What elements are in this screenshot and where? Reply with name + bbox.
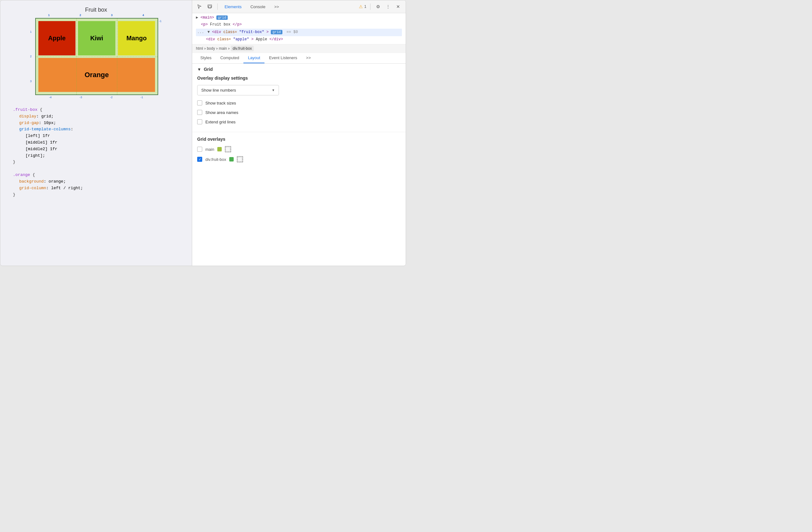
tab-panel-more[interactable]: >> bbox=[302, 53, 315, 63]
grid-overlays-section: Grid overlays main ✓ div.frui bbox=[192, 132, 406, 171]
breadcrumb-main[interactable]: main bbox=[219, 46, 227, 51]
fruit-box-title: Fruit box bbox=[85, 6, 107, 13]
main-grid-icon[interactable] bbox=[225, 146, 231, 152]
svg-rect-1 bbox=[208, 6, 211, 8]
bottom-line-numbers: -4 -3 -2 -1 bbox=[30, 96, 162, 99]
settings-icon[interactable]: ⚙ bbox=[374, 3, 382, 10]
orange-cell: Orange bbox=[38, 58, 155, 92]
tab-styles[interactable]: Styles bbox=[196, 53, 216, 63]
code-block-fruit-box: .fruit-box { display: grid; grid-gap: 10… bbox=[6, 105, 186, 167]
layout-content: ▼ Grid Overlay display settings Show lin… bbox=[192, 64, 406, 266]
more-menu-icon[interactable]: ⋮ bbox=[384, 3, 392, 10]
overlay-settings: Overlay display settings Show line numbe… bbox=[197, 75, 401, 124]
toolbar-separator bbox=[217, 3, 218, 10]
svg-rect-2 bbox=[226, 147, 230, 151]
dom-line-p: <p> Fruit box </p> bbox=[196, 22, 402, 28]
overlay-row-main: main bbox=[197, 146, 401, 152]
left-line-numbers: 1 2 3 bbox=[30, 18, 35, 95]
chevron-down-icon: ▼ bbox=[272, 88, 275, 92]
dom-line-main: ▶ <main> grid bbox=[196, 14, 402, 22]
grid-container: 1 2 3 4 1 2 3 Apple bbox=[30, 18, 162, 99]
devtools-toolbar: Elements Console >> ⚠ 1 ⚙ ⋮ ✕ bbox=[192, 0, 406, 13]
breadcrumb: html › body › main › div.fruit-box bbox=[192, 44, 406, 53]
overlay-row-fruit-box: ✓ div.fruit-box bbox=[197, 156, 401, 163]
main-overlay-checkbox[interactable] bbox=[197, 147, 202, 152]
dom-tree: ▶ <main> grid <p> Fruit box </p> ... ▼ <… bbox=[192, 13, 406, 44]
devtools-panel: Elements Console >> ⚠ 1 ⚙ ⋮ ✕ ▶ <main> g… bbox=[192, 0, 406, 266]
kiwi-cell: Kiwi bbox=[78, 21, 115, 55]
breadcrumb-div-fruit-box[interactable]: div.fruit-box bbox=[231, 46, 254, 51]
tab-computed[interactable]: Computed bbox=[216, 53, 243, 63]
warning-icon: ⚠ bbox=[359, 4, 363, 9]
breadcrumb-body[interactable]: body bbox=[207, 46, 215, 51]
warning-badge: ⚠ 1 bbox=[359, 4, 366, 9]
extend-grid-lines-checkbox[interactable] bbox=[197, 119, 202, 124]
fruit-grid: Apple Kiwi Mango Orange bbox=[35, 18, 159, 95]
left-panel: Fruit box 1 2 3 4 1 2 3 bbox=[0, 0, 192, 266]
tab-event-listeners[interactable]: Event Listeners bbox=[264, 53, 302, 63]
show-area-names-checkbox[interactable] bbox=[197, 110, 202, 115]
overlay-settings-title: Overlay display settings bbox=[197, 75, 401, 81]
layers-icon[interactable] bbox=[206, 3, 214, 10]
panel-tabs: Styles Computed Layout Event Listeners >… bbox=[192, 53, 406, 64]
dom-line-fruit-box: ... ▼ <div class= "fruit-box" > grid == … bbox=[196, 29, 402, 36]
toolbar-separator-2 bbox=[370, 3, 371, 10]
grid-section: ▼ Grid Overlay display settings Show lin… bbox=[192, 64, 406, 132]
svg-rect-6 bbox=[238, 157, 242, 162]
mango-cell: Mango bbox=[118, 21, 155, 55]
right-line-numbers: -1 bbox=[158, 18, 162, 95]
apple-cell: Apple bbox=[38, 21, 76, 55]
grid-section-header[interactable]: ▼ Grid bbox=[197, 67, 401, 72]
line-numbers-dropdown[interactable]: Show line numbers ▼ bbox=[197, 85, 279, 95]
tab-layout[interactable]: Layout bbox=[243, 53, 264, 63]
close-icon[interactable]: ✕ bbox=[394, 3, 402, 10]
fruit-box-grid-icon[interactable] bbox=[237, 156, 243, 163]
fruit-box-color-swatch[interactable] bbox=[229, 157, 234, 162]
extend-grid-lines-row: Extend grid lines bbox=[197, 119, 401, 124]
show-area-names-row: Show area names bbox=[197, 110, 401, 115]
show-track-sizes-row: Show track sizes bbox=[197, 100, 401, 106]
code-block-orange: .orange { background: orange; grid-colum… bbox=[6, 170, 186, 199]
dom-line-apple: <div class= "apple" > Apple </div> bbox=[196, 36, 402, 43]
grid-cells: Apple Kiwi Mango Orange bbox=[36, 18, 158, 95]
tab-elements[interactable]: Elements bbox=[221, 3, 245, 10]
grid-overlays-title: Grid overlays bbox=[197, 137, 401, 142]
top-line-numbers: 1 2 3 4 bbox=[30, 14, 162, 17]
breadcrumb-html[interactable]: html bbox=[196, 46, 203, 51]
tab-more[interactable]: >> bbox=[271, 3, 282, 10]
show-track-sizes-checkbox[interactable] bbox=[197, 100, 202, 106]
tab-console[interactable]: Console bbox=[247, 3, 269, 10]
fruit-box-overlay-checkbox[interactable]: ✓ bbox=[197, 157, 202, 162]
cursor-icon[interactable] bbox=[196, 3, 203, 10]
main-color-swatch[interactable] bbox=[217, 147, 222, 151]
